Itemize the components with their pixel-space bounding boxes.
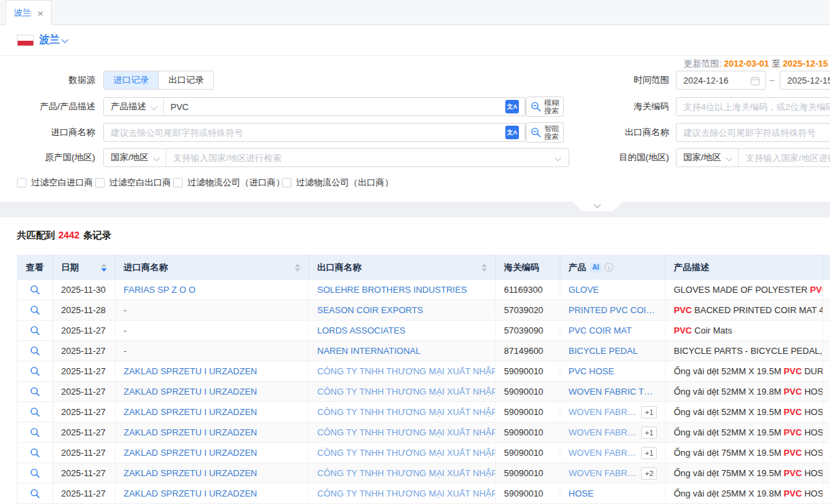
- exporter-link[interactable]: SOLEHRE BROTHERS INDUSTRIES: [317, 285, 467, 295]
- importer-sort-icons[interactable]: [295, 264, 300, 272]
- more-products-badge[interactable]: +2: [641, 467, 657, 480]
- view-detail-icon[interactable]: [30, 468, 40, 478]
- fuzzy-search-button[interactable]: 模糊搜索: [526, 96, 564, 117]
- date-start-input-box[interactable]: [676, 71, 766, 90]
- view-cell[interactable]: [17, 341, 53, 361]
- exporter-link[interactable]: SEASON COIR EXPORTS: [317, 305, 423, 315]
- checkbox-icon[interactable]: [95, 178, 105, 187]
- tab-export-records[interactable]: 出口记录: [158, 71, 213, 89]
- product-link[interactable]: PRINTED PVC COIR M...: [569, 300, 657, 320]
- checkbox-icon[interactable]: [17, 178, 26, 187]
- product-cell: PRINTED PVC COIR M...: [560, 300, 666, 320]
- header-date[interactable]: 日期: [53, 255, 115, 280]
- chevron-down-icon[interactable]: [62, 37, 69, 43]
- product-input[interactable]: [164, 98, 505, 115]
- exporter-link[interactable]: CÔNG TY TNHH THƯƠNG MẠI XUẤT NHẬP...: [317, 407, 496, 417]
- hs-code-input-box[interactable]: [676, 97, 830, 116]
- header-exporter[interactable]: 出口商名称: [309, 255, 496, 280]
- exporter-input-box[interactable]: [676, 123, 830, 142]
- view-cell[interactable]: [17, 300, 53, 320]
- destination-country-input[interactable]: [739, 149, 830, 166]
- importer-link[interactable]: ZAKLAD SPRZETU I URZADZEN: [124, 468, 257, 478]
- view-detail-icon[interactable]: [30, 448, 40, 458]
- destination-type-select[interactable]: 国家/地区: [676, 149, 739, 166]
- exporter-link[interactable]: CÔNG TY TNHH THƯƠNG MẠI XUẤT NHẬP...: [317, 386, 496, 397]
- importer-link[interactable]: ZAKLAD SPRZETU I URZADZEN: [124, 366, 257, 376]
- translate-icon[interactable]: 文A: [505, 126, 519, 139]
- product-link[interactable]: WOVEN FABRIC ...: [569, 422, 636, 442]
- description-cell: Ống vải dệt 75MM X 19.5M PVC HOS...: [666, 443, 823, 463]
- product-link[interactable]: WOVEN FABRIC ...: [569, 402, 636, 422]
- exporter-link[interactable]: CÔNG TY TNHH THƯƠNG MẠI XUẤT NHẬP...: [317, 427, 496, 437]
- exporter-link[interactable]: LORDS ASSOCIATES: [317, 325, 405, 336]
- importer-link[interactable]: ZAKLAD SPRZETU I URZADZEN: [124, 386, 257, 397]
- product-link[interactable]: PVC HOSE: [569, 361, 614, 381]
- country-selector[interactable]: 波兰: [39, 33, 60, 46]
- tab-import-records[interactable]: 进口记录: [104, 71, 158, 89]
- exporter-sort-icons[interactable]: [482, 264, 487, 272]
- chevron-down-icon[interactable]: [555, 154, 562, 161]
- collapse-form-button[interactable]: [573, 202, 623, 211]
- view-detail-icon[interactable]: [30, 386, 40, 397]
- origin-type-select[interactable]: 国家/地区: [104, 149, 166, 166]
- exporter-link[interactable]: CÔNG TY TNHH THƯƠNG MẠI XUẤT NHẬP...: [317, 366, 496, 376]
- product-link[interactable]: GLOVE: [569, 280, 599, 300]
- origin-country-input[interactable]: [166, 149, 556, 166]
- filter-checkbox-item[interactable]: 过滤空白进口商: [17, 177, 93, 189]
- view-cell[interactable]: [17, 361, 53, 381]
- hs-code-input[interactable]: [676, 98, 830, 115]
- product-link[interactable]: WOVEN FABRIC TUBE: [569, 382, 657, 401]
- view-cell[interactable]: [17, 402, 53, 422]
- exporter-link[interactable]: CÔNG TY TNHH THƯƠNG MẠI XUẤT NHẬP...: [317, 488, 496, 499]
- exporter-link[interactable]: NAREN INTERNATIONAL: [317, 346, 420, 356]
- view-detail-icon[interactable]: [30, 488, 40, 499]
- checkbox-icon[interactable]: [173, 178, 183, 187]
- filter-checkbox-item[interactable]: 过滤空白出口商: [95, 177, 171, 189]
- importer-link[interactable]: ZAKLAD SPRZETU I URZADZEN: [124, 448, 257, 458]
- smart-search-button[interactable]: 智能搜索: [526, 122, 564, 143]
- product-field-select[interactable]: 产品描述: [104, 98, 164, 115]
- date-end-input-box[interactable]: [780, 71, 830, 90]
- filter-checkbox-item[interactable]: 过滤物流公司（出口商）: [282, 177, 393, 189]
- product-link[interactable]: HOSE: [569, 484, 594, 503]
- product-link[interactable]: PVC COIR MAT: [569, 321, 632, 340]
- tab-poland[interactable]: 波兰 ×: [5, 0, 52, 25]
- product-link[interactable]: WOVEN FABRIC ...: [569, 443, 636, 463]
- product-link[interactable]: BICYCLE PEDAL: [569, 341, 638, 361]
- calendar-icon[interactable]: [751, 76, 760, 86]
- view-detail-icon[interactable]: [30, 366, 40, 376]
- checkbox-icon[interactable]: [282, 178, 291, 187]
- translate-icon[interactable]: 文A: [505, 100, 519, 113]
- date-sort-icons[interactable]: [101, 264, 107, 272]
- exporter-input[interactable]: [676, 124, 830, 141]
- info-icon[interactable]: i: [605, 263, 613, 272]
- view-cell[interactable]: [17, 321, 53, 340]
- exporter-link[interactable]: CÔNG TY TNHH THƯƠNG MẠI XUẤT NHẬP...: [317, 448, 496, 458]
- product-link[interactable]: WOVEN FABRIC ...: [569, 463, 636, 483]
- tab-close-icon[interactable]: ×: [37, 8, 43, 18]
- view-cell[interactable]: [17, 280, 53, 300]
- more-products-badge[interactable]: +1: [641, 427, 657, 439]
- more-products-badge[interactable]: +1: [641, 406, 657, 418]
- date-end-input[interactable]: [780, 71, 830, 89]
- view-cell[interactable]: [17, 422, 53, 442]
- view-detail-icon[interactable]: [30, 325, 40, 336]
- importer-link[interactable]: ZAKLAD SPRZETU I URZADZEN: [124, 407, 257, 417]
- importer-input[interactable]: [104, 124, 505, 141]
- filter-checkbox-item[interactable]: 过滤物流公司（进口商）: [173, 177, 285, 189]
- importer-link[interactable]: FARIAS SP Z O O: [124, 285, 196, 295]
- view-detail-icon[interactable]: [30, 407, 40, 417]
- view-detail-icon[interactable]: [30, 346, 40, 356]
- view-cell[interactable]: [17, 484, 53, 503]
- view-cell[interactable]: [17, 463, 53, 483]
- view-detail-icon[interactable]: [30, 305, 40, 315]
- header-importer[interactable]: 进口商名称: [115, 255, 309, 280]
- importer-link[interactable]: ZAKLAD SPRZETU I URZADZEN: [124, 488, 257, 499]
- exporter-link[interactable]: CÔNG TY TNHH THƯƠNG MẠI XUẤT NHẬP...: [317, 468, 496, 478]
- view-cell[interactable]: [17, 382, 53, 401]
- more-products-badge[interactable]: +1: [641, 447, 657, 459]
- view-detail-icon[interactable]: [30, 285, 40, 295]
- view-cell[interactable]: [17, 443, 53, 463]
- view-detail-icon[interactable]: [30, 427, 40, 437]
- importer-link[interactable]: ZAKLAD SPRZETU I URZADZEN: [124, 427, 257, 437]
